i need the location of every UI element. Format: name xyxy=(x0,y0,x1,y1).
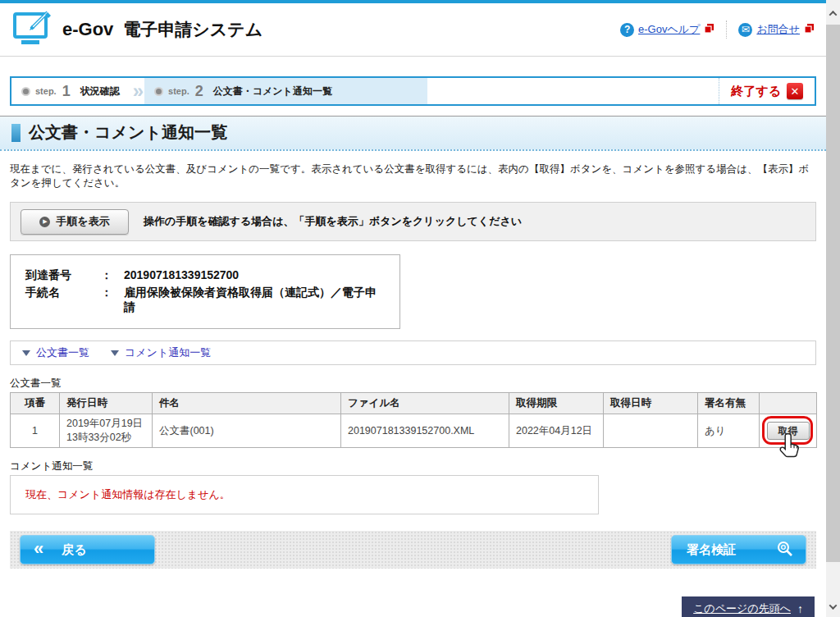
egov-logo-icon xyxy=(11,9,54,50)
help-link-group[interactable]: ? e-Govヘルプ xyxy=(620,22,714,37)
step-number: 1 xyxy=(62,83,71,100)
anchor-links-box: 公文書一覧 コメント通知一覧 xyxy=(10,340,816,365)
step-1: step.1 状況確認 xyxy=(11,78,130,104)
back-label: 戻る xyxy=(62,542,86,558)
logo-title: e-Gov xyxy=(62,19,113,40)
page-title: 公文書・コメント通知一覧 xyxy=(29,121,227,144)
logo: e-Gov 電子申請システム xyxy=(11,9,262,50)
browser-viewport: e-Gov 電子申請システム ? e-Govヘルプ ✉ xyxy=(0,0,840,617)
comments-section-label: コメント通知一覧 xyxy=(10,459,816,473)
help-icon: ? xyxy=(620,23,634,37)
header-issued: 発行日時 xyxy=(60,393,153,414)
back-button[interactable]: « 戻る xyxy=(20,535,155,564)
mail-icon: ✉ xyxy=(738,23,752,37)
cell-deadline: 2022年04月12日 xyxy=(509,414,604,448)
help-link[interactable]: e-Govヘルプ xyxy=(638,22,700,37)
table-row: 1 2019年07月19日 13時33分02秒 公文書(001) 2019071… xyxy=(11,414,817,448)
triangle-down-icon xyxy=(22,350,30,356)
chevron-up-icon xyxy=(829,11,838,19)
page-top-link[interactable]: このページの先頭へ ↑ xyxy=(682,596,815,617)
anchor-comments[interactable]: コメント通知一覧 xyxy=(111,345,211,360)
procedure-note: 操作の手順を確認する場合は、「手順を表示」ボタンをクリックしてください xyxy=(144,214,522,229)
triangle-down-icon xyxy=(111,350,119,356)
bottom-action-bar: « 戻る 署名検証 xyxy=(10,531,816,569)
header-deadline: 取得期限 xyxy=(509,393,604,414)
header-signature: 署名有無 xyxy=(698,393,760,414)
colon: ： xyxy=(101,286,124,315)
procedure-name-label: 手続名 xyxy=(25,286,101,315)
top-link-wrap: このページの先頭へ ↑ xyxy=(0,596,826,617)
hand-cursor-icon xyxy=(779,432,801,463)
step-circle-icon xyxy=(154,87,163,96)
header-divider xyxy=(726,21,727,39)
comments-box: 現在、コメント通知情報は存在しません。 xyxy=(10,475,599,514)
cell-issued: 2019年07月19日 13時33分02秒 xyxy=(60,414,153,448)
issued-date: 2019年07月19日 xyxy=(66,417,145,431)
scroll-down-button[interactable] xyxy=(826,600,840,614)
cell-signature: あり xyxy=(698,414,760,448)
step-label: 公文書・コメント通知一覧 xyxy=(213,85,332,98)
arrival-number-value: 201907181339152700 xyxy=(124,268,239,283)
chevron-double-icon: » xyxy=(130,78,144,104)
external-link-icon xyxy=(704,23,714,36)
cell-filename: 201907181339152700.XML xyxy=(341,414,509,448)
step-label: 状況確認 xyxy=(80,85,120,98)
exit-button[interactable]: 終了する ✕ xyxy=(719,78,815,104)
close-icon[interactable]: ✕ xyxy=(787,83,803,99)
header-no: 項番 xyxy=(11,393,60,414)
play-icon: ▶ xyxy=(39,217,50,227)
issued-time: 13時33分02秒 xyxy=(66,431,145,445)
header-subject: 件名 xyxy=(153,393,341,414)
cell-subject: 公文書(001) xyxy=(153,414,341,448)
arrival-info-box: 到達番号 ： 201907181339152700 手続名 ： 雇用保険被保険者… xyxy=(10,254,400,329)
step-circle-icon xyxy=(21,87,30,96)
arrival-number-label: 到達番号 xyxy=(25,268,101,283)
anchor-label: コメント通知一覧 xyxy=(125,345,211,360)
signature-verify-button[interactable]: 署名検証 xyxy=(671,535,806,564)
header-filename: ファイル名 xyxy=(341,393,509,414)
show-procedure-label: 手順を表示 xyxy=(56,214,109,229)
page-top-link-label[interactable]: このページの先頭へ xyxy=(693,601,791,616)
magnifier-icon xyxy=(776,540,794,560)
step-navigation: step.1 状況確認 » step.2 公文書・コメント通知一覧 終了する ✕ xyxy=(10,76,816,106)
procedure-name-value: 雇用保険被保険者資格取得届（連記式）／電子申請 xyxy=(124,286,385,315)
step-number: 2 xyxy=(195,83,203,100)
stepbar-spacer xyxy=(427,78,719,104)
page-description: 現在までに、発行されている公文書、及びコメントの一覧です。表示されている公文書を… xyxy=(10,162,816,190)
anchor-label: 公文書一覧 xyxy=(36,345,89,360)
header-action xyxy=(760,393,817,414)
logo-subtitle: 電子申請システム xyxy=(123,18,262,41)
scrollbar-thumb[interactable] xyxy=(826,25,840,562)
step-prefix: step. xyxy=(35,86,57,96)
header: e-Gov 電子申請システム ? e-Govヘルプ ✉ xyxy=(0,3,826,57)
title-accent-bar xyxy=(11,124,21,142)
page-title-band: 公文書・コメント通知一覧 xyxy=(0,116,826,151)
documents-header-row: 項番 発行日時 件名 ファイル名 取得期限 取得日時 署名有無 xyxy=(11,393,817,414)
comments-empty-message: 現在、コメント通知情報は存在しません。 xyxy=(25,487,231,502)
vertical-scrollbar[interactable] xyxy=(826,0,840,617)
colon: ： xyxy=(101,268,124,283)
up-arrow-icon: ↑ xyxy=(797,602,803,615)
external-link-icon xyxy=(804,23,815,36)
egov-page: e-Gov 電子申請システム ? e-Govヘルプ ✉ xyxy=(0,0,826,617)
cell-no: 1 xyxy=(11,414,60,448)
documents-section-label: 公文書一覧 xyxy=(10,377,816,391)
header-acquired: 取得日時 xyxy=(604,393,698,414)
anchor-documents[interactable]: 公文書一覧 xyxy=(22,345,89,360)
procedure-name-row: 手続名 ： 雇用保険被保険者資格取得届（連記式）／電子申請 xyxy=(25,286,385,315)
show-procedure-button[interactable]: ▶ 手順を表示 xyxy=(21,209,129,235)
contact-link-group[interactable]: ✉ お問合せ xyxy=(738,22,815,37)
scroll-up-button[interactable] xyxy=(826,7,840,21)
step-2-active: step.2 公文書・コメント通知一覧 xyxy=(144,78,427,104)
double-chevron-left-icon: « xyxy=(34,538,43,560)
arrival-number-row: 到達番号 ： 201907181339152700 xyxy=(25,268,385,283)
verify-label: 署名検証 xyxy=(687,542,736,558)
documents-table: 項番 発行日時 件名 ファイル名 取得期限 取得日時 署名有無 1 2019年0… xyxy=(10,392,817,448)
header-links: ? e-Govヘルプ ✉ お問合せ xyxy=(620,21,815,39)
cell-action: 取得 xyxy=(760,414,817,448)
cell-acquired xyxy=(604,414,698,448)
contact-link[interactable]: お問合せ xyxy=(756,22,800,37)
exit-label: 終了する xyxy=(731,84,781,99)
procedure-helper-box: ▶ 手順を表示 操作の手順を確認する場合は、「手順を表示」ボタンをクリックしてく… xyxy=(10,202,816,241)
step-prefix: step. xyxy=(168,86,189,96)
